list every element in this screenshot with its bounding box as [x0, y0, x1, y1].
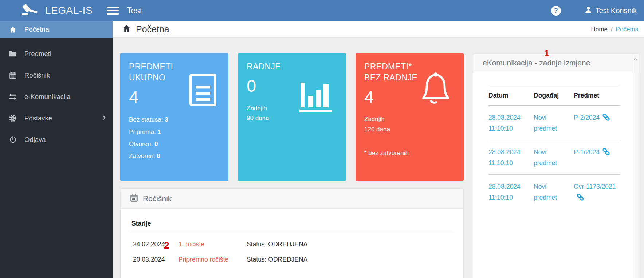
hearing-date: 24.02.2024	[131, 241, 178, 248]
link-icon	[602, 150, 610, 157]
user-icon	[584, 6, 592, 16]
stat-line: Bez statusa: 3	[129, 114, 220, 126]
sidebar-item-rocisnik[interactable]: Ročišnik	[0, 64, 113, 86]
help-icon[interactable]: ?	[551, 6, 561, 16]
rocisnik-row: 20.03.2024 Pripremno ročište Status: ODR…	[131, 248, 453, 263]
bell-icon	[420, 71, 451, 110]
ekomunikacija-table: Datum Događaj Predmet 28.08.2024 11:10:1…	[488, 86, 620, 211]
hearing-status: Status: ODREDJENA	[247, 256, 307, 263]
tile-radnje[interactable]: RADNJE 0 Zadnjih90 dana	[238, 53, 346, 181]
home-icon	[122, 24, 131, 35]
sidebar-item-label: Postavke	[24, 114, 52, 122]
column-header-datum: Datum	[488, 86, 534, 106]
exchange-icon	[7, 93, 18, 100]
column-header-dogadjaj: Događaj	[534, 86, 569, 106]
folder-open-icon	[7, 50, 18, 58]
sidebar: Početna Predmeti	[0, 21, 113, 278]
gavel-icon	[20, 3, 40, 18]
table-row: 28.08.2024 11:10:10 Novi predmet P-2/202…	[488, 106, 620, 140]
home-icon	[7, 26, 18, 33]
calendar-icon	[7, 71, 18, 79]
hearing-date: 20.03.2024	[131, 256, 178, 263]
user-menu[interactable]: Test Korisnik	[584, 6, 637, 16]
case-link[interactable]: P-2/2024	[569, 106, 620, 140]
sidebar-item-label: Početna	[24, 25, 49, 33]
table-row: 28.08.2024 11:10:10 Novi predmet P-1/202…	[488, 140, 620, 175]
main-area: Početna Home / Početna PREDMETIUKUPNO 4	[113, 21, 644, 278]
bar-chart-icon	[299, 82, 333, 114]
section-label-starije: Starije	[131, 220, 453, 233]
case-link[interactable]: P-1/2024	[569, 140, 620, 175]
hearing-link[interactable]: Pripremno ročište	[178, 256, 247, 263]
annotation-marker-1: 1	[544, 48, 549, 59]
tile-title: RADNJE	[247, 61, 337, 72]
panel-scrollbar[interactable]	[633, 54, 639, 278]
topbar-right: ? Test Korisnik	[551, 6, 644, 16]
table-row: 28.08.2024 11:10:10 Novi predmet Ovr-117…	[488, 175, 620, 211]
user-name: Test Korisnik	[596, 7, 637, 15]
tile-predmeti-bez-radnje[interactable]: PREDMETI*BEZ RADNJE 4 Zadnjih120 dana * …	[356, 53, 464, 181]
breadcrumb-current: Početna	[616, 26, 639, 33]
event-type[interactable]: Novi predmet	[534, 140, 569, 175]
hearing-link[interactable]: 1. ročište	[178, 241, 247, 248]
hearing-status: Status: ODREDJENA	[247, 241, 307, 248]
stat-line: Zatvoren: 0	[129, 150, 220, 162]
ekomunikacija-panel: eKomunikacija - zadnje izmjene Datum Dog…	[473, 53, 639, 278]
stat-line: Priprema: 1	[129, 126, 220, 138]
sidebar-item-label: e-Komunikacija	[24, 93, 70, 101]
gear-icon	[7, 114, 18, 122]
hamburger-menu-icon[interactable]	[107, 7, 119, 15]
breadcrumb-separator: /	[611, 26, 613, 33]
event-type[interactable]: Novi predmet	[534, 175, 569, 211]
rocisnik-panel: Ročišnik Starije 24.02.2024 1. ročište S…	[120, 188, 464, 278]
scroll-up-icon[interactable]	[633, 54, 639, 61]
calendar-icon	[130, 194, 138, 204]
sidebar-item-ekomunikacija[interactable]: e-Komunikacija	[0, 86, 113, 107]
tile-footnote: * bez zatvorenih	[364, 150, 409, 157]
breadcrumb: Home / Početna	[591, 26, 639, 33]
stat-tiles: PREDMETIUKUPNO 4 Bez statusa: 3 Priprema…	[120, 53, 464, 181]
link-icon	[602, 115, 610, 123]
top-bar: LEGAL-IS Test ? Test Korisnik	[0, 0, 644, 21]
sidebar-item-postavke[interactable]: Postavke	[0, 107, 113, 129]
sidebar-item-label: Odjava	[24, 136, 46, 144]
tile-stats: Bez statusa: 3 Priprema: 1 Otvoren: 0 Za…	[129, 114, 220, 162]
sidebar-item-label: Predmeti	[24, 50, 51, 58]
annotation-marker-2: 2	[164, 240, 169, 251]
page-header: Početna Home / Početna	[113, 21, 644, 38]
stat-line: Otvoren: 0	[129, 138, 220, 150]
rocisnik-row: 24.02.2024 1. ročište Status: ODREDJENA	[131, 233, 453, 248]
rocisnik-panel-header: Ročišnik	[121, 189, 463, 209]
event-type[interactable]: Novi predmet	[534, 106, 569, 140]
link-icon	[576, 195, 584, 203]
ekomunikacija-panel-header: eKomunikacija - zadnje izmjene	[473, 54, 639, 72]
document-icon	[188, 72, 217, 109]
case-link[interactable]: Ovr-1173/2021	[569, 175, 620, 211]
tile-subtitle: Zadnjih120 dana	[364, 114, 455, 134]
sidebar-item-pocetna[interactable]: Početna	[0, 21, 113, 38]
topbar-title: Test	[127, 6, 142, 16]
event-datetime[interactable]: 28.08.2024 11:10:10	[488, 106, 534, 140]
content: PREDMETIUKUPNO 4 Bez statusa: 3 Priprema…	[113, 38, 644, 278]
breadcrumb-home[interactable]: Home	[591, 26, 608, 33]
column-header-predmet: Predmet	[569, 86, 620, 106]
sidebar-item-label: Ročišnik	[24, 71, 50, 79]
power-icon	[7, 136, 18, 144]
sidebar-item-odjava[interactable]: Odjava	[0, 129, 113, 150]
sidebar-item-predmeti[interactable]: Predmeti	[0, 43, 113, 64]
tile-predmeti-ukupno[interactable]: PREDMETIUKUPNO 4 Bez statusa: 3 Priprema…	[120, 53, 228, 181]
event-datetime[interactable]: 28.08.2024 11:10:10	[488, 140, 534, 175]
chevron-right-icon	[102, 114, 106, 122]
brand-logo[interactable]: LEGAL-IS	[0, 3, 107, 18]
event-datetime[interactable]: 28.08.2024 11:10:10	[488, 175, 534, 211]
ekomunikacija-panel-title: eKomunikacija - zadnje izmjene	[483, 59, 590, 67]
brand-text: LEGAL-IS	[45, 5, 93, 16]
rocisnik-panel-title: Ročišnik	[143, 194, 172, 203]
page-title: Početna	[122, 24, 169, 35]
